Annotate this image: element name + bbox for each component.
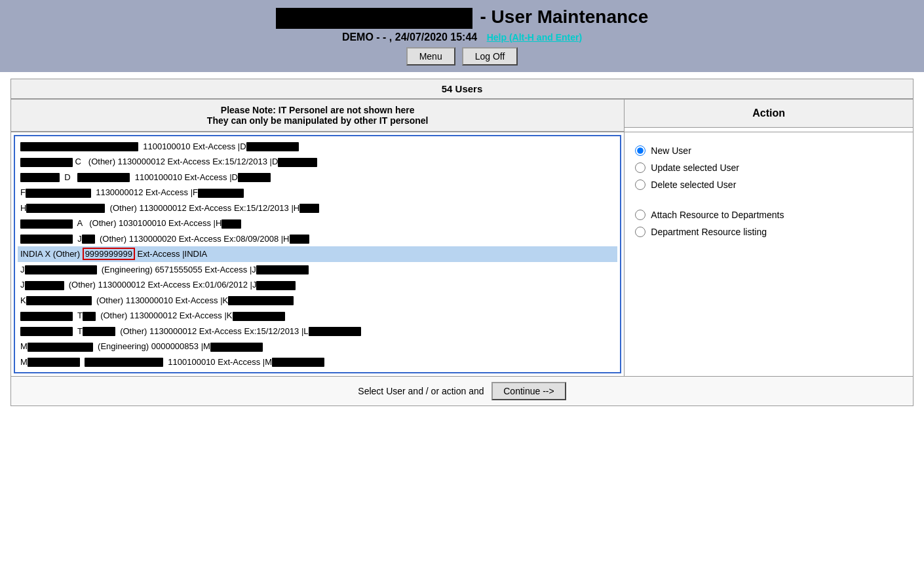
header-buttons: Menu Log Off (13, 47, 911, 66)
list-item[interactable]: H (Other) 1130000012 Ext-Access Ex:15/12… (18, 200, 617, 216)
redacted-dept (198, 189, 244, 198)
radio-attach-resource-input[interactable] (635, 210, 645, 220)
redacted-name (26, 204, 105, 213)
redacted-dept (233, 312, 285, 321)
redacted-name (25, 281, 64, 290)
radio-delete-user[interactable]: Delete selected User (635, 179, 902, 190)
logoff-button[interactable]: Log Off (462, 47, 518, 66)
redacted-name (28, 358, 80, 367)
redacted-name (26, 189, 91, 198)
redacted-name2 (83, 327, 115, 336)
redacted-dept (278, 158, 317, 167)
redacted-dept (290, 235, 309, 244)
redacted-name (20, 312, 73, 321)
action-header: Action (625, 99, 914, 132)
redacted-name (25, 265, 97, 274)
main-content: 54 Users Please Note: IT Personel are no… (0, 72, 924, 413)
radio-update-user[interactable]: Update selected User (635, 162, 902, 173)
continue-button[interactable]: Continue --> (491, 382, 566, 400)
user-list: 1100100010 Ext-Access |D C (Other) 11300… (18, 139, 617, 370)
list-item[interactable]: M 1100100010 Ext-Access |M (18, 354, 617, 370)
list-item[interactable]: D 1100100010 Ext-Access |D (18, 170, 617, 185)
radio-delete-user-input[interactable] (635, 179, 645, 190)
redacted-name (20, 142, 138, 151)
radio-dept-listing-input[interactable] (635, 227, 645, 237)
radio-attach-resource[interactable]: Attach Resource to Departments (635, 210, 902, 220)
page-header: - User Maintenance DEMO - - , 24/07/2020… (0, 0, 924, 72)
list-item[interactable]: C (Other) 1130000012 Ext-Access Ex:15/12… (18, 154, 617, 170)
redacted-dept (246, 142, 299, 151)
list-item[interactable]: J (Engineering) 6571555055 Ext-Access |J (18, 262, 617, 278)
redacted-dept (228, 296, 294, 305)
redacted-name (20, 327, 73, 336)
radio-new-user-input[interactable] (635, 145, 645, 156)
redacted-dept (309, 327, 361, 336)
radio-new-user[interactable]: New User (635, 145, 902, 156)
redacted-dept (221, 219, 241, 229)
list-item[interactable]: J (Other) 1130000012 Ext-Access Ex:01/06… (18, 277, 617, 293)
user-list-container[interactable]: 1100100010 Ext-Access |D C (Other) 11300… (14, 135, 621, 374)
list-item[interactable]: 1100100010 Ext-Access |D (18, 139, 617, 155)
radio-group: New User Update selected User Delete sel… (635, 145, 902, 237)
user-list-column: 1100100010 Ext-Access |D C (Other) 11300… (11, 132, 625, 377)
redacted-name (26, 296, 92, 305)
redacted-name (20, 173, 60, 182)
notice-header: Please Note: IT Personel are not shown h… (11, 99, 625, 132)
list-item[interactable]: INDIA X (Other) 9999999999 Ext-Access |I… (18, 246, 617, 262)
action-panel-column: New User Update selected User Delete sel… (625, 132, 914, 377)
redacted-dept (256, 265, 309, 274)
redacted-dept (256, 281, 296, 290)
list-item[interactable]: T (Other) 1130000012 Ext-Access Ex:15/12… (18, 324, 617, 339)
header-subtitle: DEMO - - , 24/07/2020 15:44 Help (Alt-H … (13, 31, 911, 43)
title-redacted (276, 8, 472, 29)
redacted-dept (210, 343, 263, 352)
action-panel: New User Update selected User Delete sel… (625, 132, 913, 250)
phone-number: 9999999999 (83, 248, 135, 260)
redacted-dept (238, 173, 271, 182)
redacted-name2 (77, 173, 130, 182)
list-item[interactable]: T (Other) 1130000012 Ext-Access |K (18, 308, 617, 324)
redacted-name (28, 343, 93, 352)
redacted-dept (272, 358, 324, 367)
radio-divider (635, 197, 902, 203)
list-item[interactable]: F 1130000012 Ext-Access |F (18, 185, 617, 200)
redacted-dept (299, 204, 319, 213)
bottom-bar: Select User and / or action and Continue… (10, 377, 914, 406)
list-item[interactable]: K (Other) 1130000010 Ext-Access |K (18, 293, 617, 309)
redacted-middle (85, 358, 163, 367)
redacted-name2 (82, 235, 95, 244)
list-item[interactable]: M (Engineering) 0000000853 |M (18, 339, 617, 354)
help-link[interactable]: Help (Alt-H and Enter) (487, 32, 582, 43)
radio-update-user-input[interactable] (635, 162, 645, 173)
menu-button[interactable]: Menu (406, 47, 455, 66)
redacted-name (20, 235, 73, 244)
page-title: - User Maintenance (13, 7, 911, 29)
users-count-bar: 54 Users (10, 79, 914, 99)
radio-dept-listing[interactable]: Department Resource listing (635, 227, 902, 237)
list-item[interactable]: A (Other) 1030100010 Ext-Access |H (18, 216, 617, 231)
list-item[interactable]: J (Other) 1130000020 Ext-Access Ex:08/09… (18, 231, 617, 247)
content-table: Please Note: IT Personel are not shown h… (10, 99, 914, 377)
redacted-name2 (83, 312, 96, 321)
redacted-name (20, 219, 73, 229)
redacted-name (20, 158, 73, 167)
